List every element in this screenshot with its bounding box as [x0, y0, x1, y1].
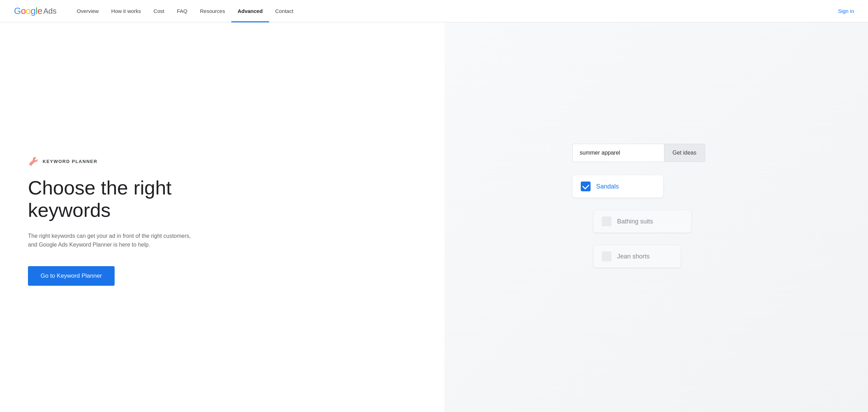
widget-container: Get ideas Sandals Bathing suits Jean sho…: [572, 144, 740, 291]
section-label: KEYWORD PLANNER: [28, 156, 424, 167]
nav-item-overview[interactable]: Overview: [71, 0, 105, 22]
main-content: KEYWORD PLANNER Choose the right keyword…: [0, 22, 868, 412]
jean-shorts-label: Jean shorts: [617, 253, 650, 260]
checkbox-unchecked-bathing-suits: [602, 216, 612, 226]
nav-item-resources[interactable]: Resources: [194, 0, 231, 22]
left-section: KEYWORD PLANNER Choose the right keyword…: [0, 22, 444, 412]
keyword-item-bathing-suits[interactable]: Bathing suits: [593, 210, 691, 233]
main-heading: Choose the right keywords: [28, 177, 210, 222]
heading-line1: Choose the right: [28, 177, 172, 199]
nav-item-advanced[interactable]: Advanced: [231, 0, 269, 22]
right-section: Get ideas Sandals Bathing suits Jean sho…: [444, 22, 868, 412]
header: Google Ads Overview How it works Cost FA…: [0, 0, 868, 22]
sandals-label: Sandals: [596, 183, 619, 190]
keyword-planner-label-text: KEYWORD PLANNER: [43, 159, 97, 164]
keyword-item-jean-shorts[interactable]: Jean shorts: [593, 245, 681, 268]
main-nav: Overview How it works Cost FAQ Resources…: [71, 0, 838, 22]
keyword-item-sandals[interactable]: Sandals: [572, 175, 663, 198]
get-ideas-button[interactable]: Get ideas: [664, 144, 705, 162]
checkbox-checked-sandals: [581, 182, 591, 191]
logo-google-text: Google: [14, 6, 42, 16]
cta-button[interactable]: Go to Keyword Planner: [28, 266, 115, 286]
checkbox-unchecked-jean-shorts: [602, 251, 612, 261]
nav-item-how-it-works[interactable]: How it works: [105, 0, 147, 22]
nav-item-faq[interactable]: FAQ: [171, 0, 194, 22]
heading-line2: keywords: [28, 199, 111, 221]
logo[interactable]: Google Ads: [14, 6, 57, 16]
main-description: The right keywords can get your ad in fr…: [28, 232, 196, 249]
nav-item-cost[interactable]: Cost: [147, 0, 171, 22]
sign-in-link[interactable]: Sign in: [838, 8, 854, 14]
search-input[interactable]: [572, 144, 664, 162]
wrench-icon: [28, 156, 39, 167]
bathing-suits-label: Bathing suits: [617, 218, 653, 225]
nav-item-contact[interactable]: Contact: [269, 0, 300, 22]
search-bar: Get ideas: [572, 144, 705, 162]
logo-ads-text: Ads: [43, 7, 57, 16]
